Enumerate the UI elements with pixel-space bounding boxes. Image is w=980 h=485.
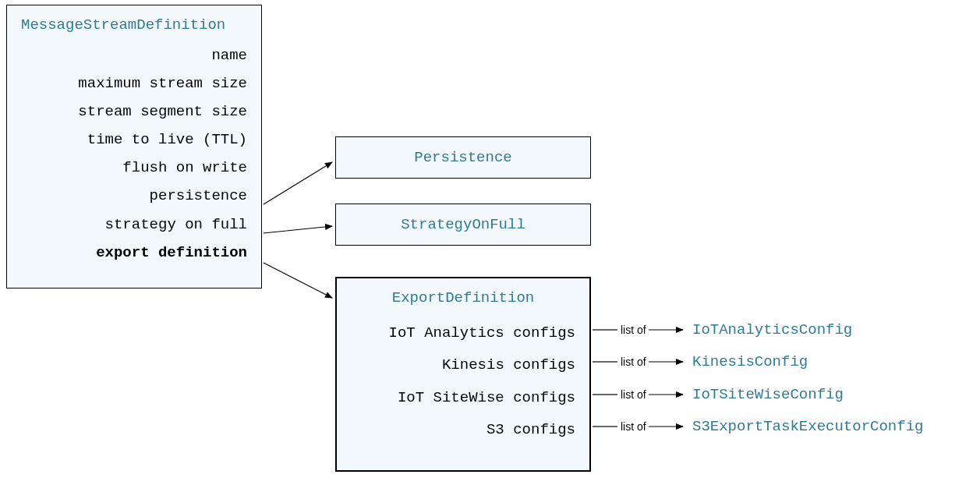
arrow-export-definition	[264, 263, 332, 298]
msd-prop: time to live (TTL)	[21, 126, 247, 154]
arrow-strategy-on-full	[264, 226, 332, 233]
export-definition-box: ExportDefinition IoT Analytics configs K…	[335, 277, 591, 472]
strategy-on-full-box: StrategyOnFull	[335, 204, 591, 246]
msd-prop: name	[21, 41, 247, 69]
list-of-label: list of	[621, 388, 646, 401]
msd-prop: maximum stream size	[21, 69, 247, 97]
arrow-persistence	[264, 162, 332, 204]
persistence-title: Persistence	[414, 149, 511, 166]
list-of-label: list of	[621, 356, 646, 368]
type-iot-analytics-config: IoTAnalyticsConfig	[692, 321, 852, 338]
export-def-prop: IoT SiteWise configs	[351, 382, 575, 414]
type-s3-export-task-executor-config: S3ExportTaskExecutorConfig	[692, 418, 923, 435]
msd-prop: flush on write	[21, 154, 247, 182]
list-of-label: list of	[621, 420, 646, 433]
list-of-label: list of	[621, 324, 646, 336]
export-definition-title: ExportDefinition	[351, 289, 575, 306]
export-def-prop: Kinesis configs	[351, 349, 575, 381]
msd-prop-export-definition: export definition	[21, 239, 247, 267]
msd-prop: strategy on full	[21, 211, 247, 239]
export-def-prop: IoT Analytics configs	[351, 317, 575, 349]
msd-title: MessageStreamDefinition	[21, 16, 247, 34]
persistence-box: Persistence	[335, 136, 591, 179]
msd-prop: persistence	[21, 182, 247, 210]
type-kinesis-config: KinesisConfig	[692, 353, 808, 370]
message-stream-definition-box: MessageStreamDefinition name maximum str…	[6, 5, 262, 289]
type-iot-sitewise-config: IoTSiteWiseConfig	[692, 386, 844, 403]
strategy-on-full-title: StrategyOnFull	[401, 216, 525, 233]
msd-prop: stream segment size	[21, 97, 247, 126]
export-def-prop: S3 configs	[351, 414, 575, 446]
